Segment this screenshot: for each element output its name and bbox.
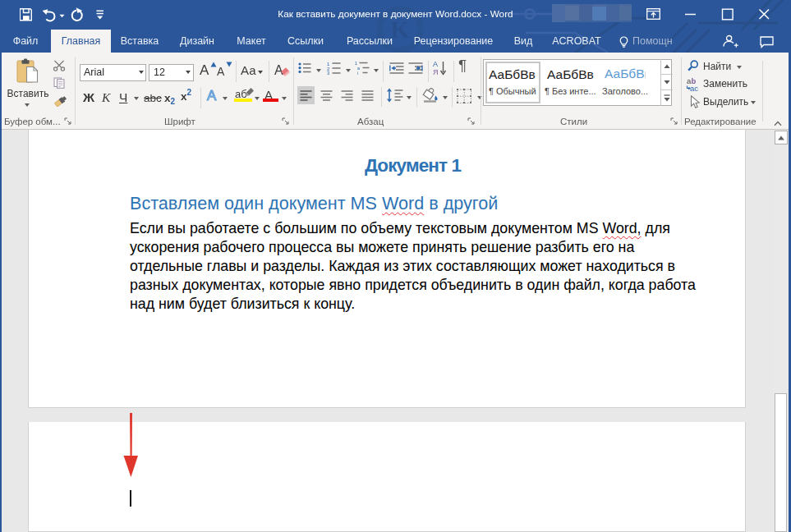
svg-text:ac: ac [690,84,698,92]
